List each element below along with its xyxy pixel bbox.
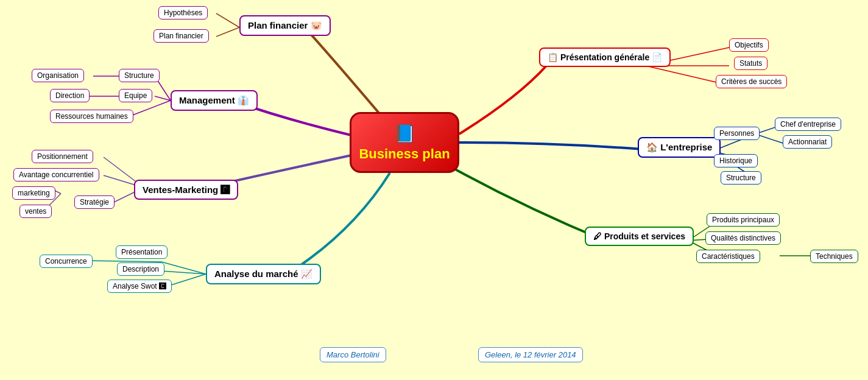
branch-analyse-marche-label: Analyse du marché 📈 — [214, 269, 312, 280]
leaf-positionnement[interactable]: Positionnement — [32, 150, 93, 163]
center-icon: 📘 — [394, 124, 415, 144]
leaf-structure-ent[interactable]: Structure — [721, 171, 761, 185]
leaf-equipe[interactable]: Equipe — [119, 89, 152, 102]
svg-line-0 — [216, 13, 239, 27]
leaf-historique[interactable]: Historique — [714, 154, 758, 167]
branch-presentation-generale[interactable]: 📋 Présentation générale 📄 — [539, 47, 671, 67]
svg-line-3 — [155, 96, 171, 100]
branch-produits-services[interactable]: 🖊 Produits et services — [585, 227, 694, 246]
branch-management[interactable]: Management 👔 — [171, 90, 258, 111]
branch-produits-services-label: 🖊 Produits et services — [593, 231, 685, 241]
footer-author: Marco Bertolini — [320, 347, 386, 362]
branch-analyse-marche[interactable]: Analyse du marché 📈 — [206, 264, 321, 284]
leaf-statuts[interactable]: Statuts — [734, 57, 767, 70]
branch-lentreprise-label: 🏠 L'entreprise — [646, 142, 712, 153]
leaf-direction[interactable]: Direction — [50, 89, 90, 102]
branch-presentation-generale-label: 📋 Présentation générale 📄 — [548, 52, 662, 62]
center-label: Business plan — [359, 146, 450, 162]
leaf-qualites[interactable]: Qualités distinctives — [705, 231, 781, 245]
svg-line-1 — [216, 27, 239, 37]
svg-line-12 — [161, 262, 206, 274]
leaf-presentation-marche[interactable]: Présentation — [116, 245, 168, 259]
leaf-objectifs[interactable]: Objectifs — [729, 38, 769, 52]
leaf-chef[interactable]: Chef d'entreprise — [775, 118, 841, 131]
leaf-actionnariat[interactable]: Actionnariat — [783, 135, 832, 149]
svg-line-14 — [161, 271, 206, 274]
leaf-avantage[interactable]: Avantage concurrentiel — [13, 168, 99, 181]
leaf-structure-mgmt[interactable]: Structure — [119, 69, 160, 82]
leaf-marketing[interactable]: marketing — [12, 186, 55, 200]
leaf-analyse-swot[interactable]: Analyse Swot 🅲 — [107, 280, 172, 293]
branch-management-label: Management 👔 — [179, 95, 249, 106]
leaf-produits-princ[interactable]: Produits principaux — [707, 213, 780, 227]
leaf-criteres[interactable]: Critères de succès — [716, 75, 787, 88]
footer-date: Geleen, le 12 février 2014 — [478, 347, 583, 362]
leaf-ventes[interactable]: ventes — [19, 205, 52, 218]
center-node: 📘 Business plan — [350, 112, 459, 173]
leaf-description[interactable]: Description — [117, 262, 164, 276]
branch-plan-financier[interactable]: Plan financier 🐷 — [239, 15, 331, 36]
leaf-strategie[interactable]: Stratégie — [74, 195, 115, 209]
leaf-personnes[interactable]: Personnes — [714, 127, 760, 140]
leaf-caracteristiques[interactable]: Caractéristiques — [696, 250, 760, 263]
leaf-techniques[interactable]: Techniques — [810, 250, 858, 263]
svg-line-4 — [128, 100, 171, 117]
branch-plan-financier-label: Plan financier 🐷 — [248, 20, 322, 31]
branch-ventes-marketing[interactable]: Ventes-Marketing 🅿 — [134, 180, 238, 200]
branch-lentreprise[interactable]: 🏠 L'entreprise — [638, 137, 721, 158]
leaf-hypotheses[interactable]: Hypothèses — [158, 6, 208, 19]
leaf-ressources[interactable]: Ressources humaines — [50, 110, 133, 123]
footer-author-text: Marco Bertolini — [326, 350, 379, 359]
branch-ventes-marketing-label: Ventes-Marketing 🅿 — [143, 185, 230, 195]
leaf-organisation[interactable]: Organisation — [32, 69, 84, 82]
svg-line-13 — [85, 261, 161, 262]
footer-date-text: Geleen, le 12 février 2014 — [485, 350, 576, 359]
leaf-plan-financier[interactable]: Plan financier — [153, 29, 209, 43]
leaf-concurrence[interactable]: Concurrence — [40, 255, 93, 268]
